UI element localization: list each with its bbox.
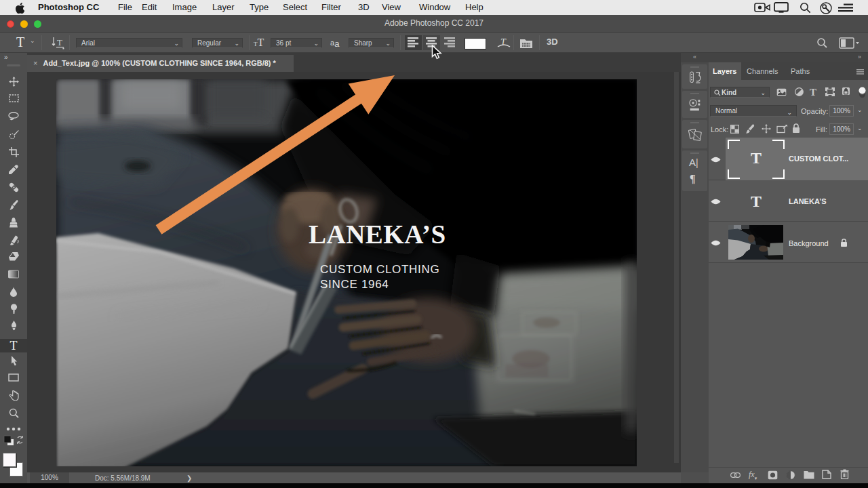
svg-text:T: T — [500, 37, 507, 47]
svg-text:T: T — [57, 37, 62, 47]
